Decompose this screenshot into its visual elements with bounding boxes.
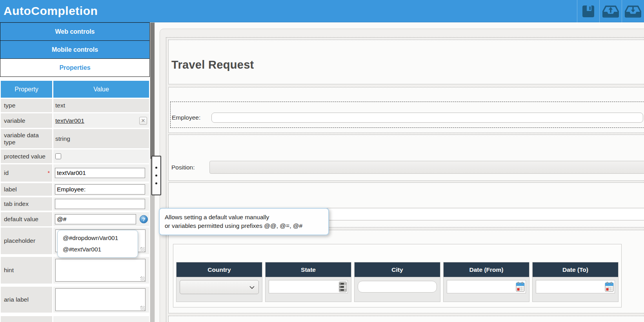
save-button[interactable] xyxy=(577,0,599,22)
page-title: Travel Request xyxy=(169,40,644,71)
label-input[interactable] xyxy=(55,184,145,195)
splitter-handle[interactable] xyxy=(151,156,161,195)
column-header: Date (To) xyxy=(533,262,618,277)
table-row: id * xyxy=(1,164,149,182)
country-select[interactable] xyxy=(180,280,259,294)
help-icon[interactable]: ? xyxy=(140,215,148,224)
grid-column-city: City xyxy=(354,262,440,302)
position-input[interactable] xyxy=(209,161,644,174)
upload-button[interactable] xyxy=(599,0,622,22)
list-picker-icon[interactable] xyxy=(339,282,347,294)
table-row: protected value xyxy=(1,149,149,163)
remove-variable-icon[interactable]: ✕ xyxy=(139,117,147,125)
sidebar-item-web-controls[interactable]: Web controls xyxy=(0,22,150,41)
grid-column-state: State xyxy=(265,262,351,302)
resize-grip-icon[interactable] xyxy=(140,247,145,251)
calendar-icon[interactable] xyxy=(516,282,525,293)
column-header-property: Property xyxy=(1,81,52,98)
resize-grip-icon[interactable] xyxy=(140,306,145,310)
state-input[interactable] xyxy=(269,280,348,293)
form-section-title[interactable]: Travel Request xyxy=(168,40,644,84)
property-value xyxy=(53,183,149,196)
resize-grip-icon[interactable] xyxy=(140,277,145,281)
column-header: Country xyxy=(176,262,262,277)
autocomplete-item[interactable]: @#dropdownVar001 xyxy=(58,232,138,244)
grid-column-date-from: Date (From) xyxy=(443,262,529,302)
property-value: ? xyxy=(53,212,149,226)
toolbar xyxy=(577,0,644,22)
date-to-input[interactable] xyxy=(536,280,615,293)
table-row: label xyxy=(1,183,149,196)
employee-label: Employee: xyxy=(171,113,211,123)
property-value xyxy=(53,257,149,284)
form-section-grid: Country State xyxy=(168,230,644,313)
properties-table-header: Property Value xyxy=(1,81,149,98)
upload-icon xyxy=(602,5,619,18)
download-button[interactable] xyxy=(622,0,644,22)
download-icon xyxy=(625,5,641,18)
position-label: Position: xyxy=(169,161,209,174)
variable-link[interactable]: textVar001 xyxy=(55,117,84,124)
selected-employee-field[interactable]: Employee: xyxy=(170,102,644,128)
property-name: aria label xyxy=(1,287,52,313)
tab-index-input[interactable] xyxy=(55,199,145,209)
chevron-down-icon xyxy=(249,284,255,291)
property-name: variable xyxy=(1,113,52,128)
property-value xyxy=(53,149,149,163)
date-from-input[interactable] xyxy=(447,280,526,293)
property-name: id * xyxy=(1,164,52,182)
form-section-next xyxy=(168,316,644,322)
tab-properties[interactable]: Properties xyxy=(0,58,150,77)
property-value xyxy=(53,316,149,322)
property-name: variable data type xyxy=(1,129,52,148)
property-value xyxy=(53,197,149,211)
sidebar: Web controls Mobile controls Properties … xyxy=(0,22,150,322)
property-name: tab index xyxy=(1,197,52,211)
column-header-value: Value xyxy=(53,81,149,98)
protected-value-checkbox[interactable] xyxy=(55,153,61,159)
property-value: string xyxy=(53,129,149,148)
property-value xyxy=(53,287,149,313)
mobile-controls-label: Mobile controls xyxy=(52,46,98,53)
table-row: variable data type string xyxy=(1,129,149,148)
employee-input[interactable] xyxy=(211,113,643,123)
splitter-dot-icon xyxy=(155,167,157,169)
app-title: AutoCompletion xyxy=(0,4,98,18)
property-value xyxy=(53,164,149,182)
web-controls-label: Web controls xyxy=(55,28,95,35)
property-name xyxy=(1,316,52,322)
scrollbar-thumb[interactable] xyxy=(150,23,155,159)
column-header: City xyxy=(355,262,440,277)
required-asterisk: * xyxy=(48,170,50,176)
table-row: aria label xyxy=(1,287,149,313)
autocomplete-dropdown: @#dropdownVar001 @#textVar001 xyxy=(57,230,138,258)
table-row: tab index xyxy=(1,197,149,211)
table-row: default value ? xyxy=(1,212,149,226)
table-row: hint xyxy=(1,257,149,284)
property-name: type xyxy=(1,99,52,112)
sidebar-item-mobile-controls[interactable]: Mobile controls xyxy=(0,40,150,59)
default-value-input[interactable] xyxy=(55,214,136,224)
save-icon xyxy=(581,4,595,18)
form-section-position: Position: xyxy=(168,135,644,181)
properties-table: Property Value type text variable textVa… xyxy=(1,81,149,322)
property-name: label xyxy=(1,183,52,196)
app-header: AutoCompletion xyxy=(0,0,644,22)
calendar-icon[interactable] xyxy=(605,282,614,293)
aria-label-textarea[interactable] xyxy=(56,289,145,311)
property-value: textVar001 ✕ xyxy=(53,113,149,128)
property-value: text xyxy=(53,99,149,112)
property-name: protected value xyxy=(1,149,52,163)
grid-column-country: Country xyxy=(176,262,262,302)
property-name: default value xyxy=(1,212,52,226)
city-input[interactable] xyxy=(358,281,437,293)
autocomplete-item[interactable]: @#textVar001 xyxy=(58,244,138,255)
hint-textarea[interactable] xyxy=(56,259,145,281)
table-row xyxy=(1,316,149,322)
table-row: type text xyxy=(1,99,149,112)
form-canvas: Travel Request Employee: Position: Count… xyxy=(155,22,644,322)
form-section-employee: Employee: xyxy=(168,87,644,133)
id-input[interactable] xyxy=(55,168,145,178)
splitter-dot-icon xyxy=(155,175,157,176)
property-name: placeholder xyxy=(1,227,52,254)
